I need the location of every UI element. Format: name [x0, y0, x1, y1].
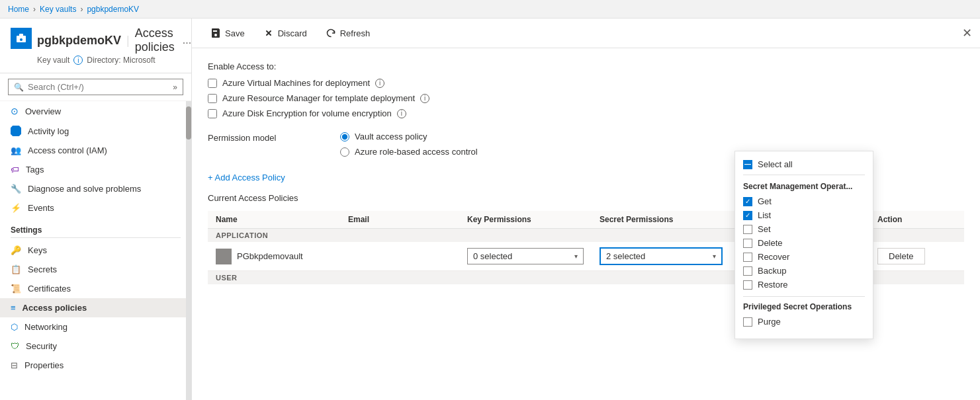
purge-checkbox[interactable]: [743, 317, 752, 327]
title-separator: |: [126, 34, 130, 48]
purge-label: Purge: [758, 317, 781, 327]
delete-label: Delete: [758, 238, 783, 248]
delete-button[interactable]: Delete: [877, 248, 925, 264]
breadcrumb-current: pgbkpdemoKV: [87, 5, 139, 14]
more-icon[interactable]: ...: [183, 34, 191, 46]
sidebar-item-keys[interactable]: 🔑 Keys: [0, 241, 191, 260]
sidebar-scrollbar[interactable]: [186, 101, 191, 400]
discard-button[interactable]: Discard: [255, 24, 315, 42]
sidebar-item-tags[interactable]: 🏷 Tags: [0, 160, 191, 179]
restore-checkbox[interactable]: [743, 280, 752, 290]
save-button[interactable]: Save: [202, 24, 253, 42]
azure-rm-checkbox[interactable]: [208, 94, 217, 103]
key-permissions-dropdown[interactable]: 0 selected ▾: [467, 248, 584, 264]
vault-access-radio-row: Vault access policy: [340, 132, 478, 141]
app-icon: [216, 249, 232, 264]
breadcrumb-sep-2: ›: [80, 5, 83, 14]
subtitle-directory: Directory: Microsoft: [87, 56, 155, 65]
breadcrumb-home[interactable]: Home: [8, 5, 29, 14]
key-permissions-value: 0 selected: [473, 251, 512, 261]
info-icon-header[interactable]: i: [73, 56, 83, 65]
backup-checkbox[interactable]: [743, 266, 752, 276]
option-set[interactable]: Set: [743, 224, 865, 234]
option-delete[interactable]: Delete: [743, 238, 865, 248]
option-get[interactable]: ✓ Get: [743, 196, 865, 206]
list-checkbox[interactable]: ✓: [743, 211, 752, 220]
search-icon: 🔍: [14, 83, 24, 92]
breadcrumb-sep-1: ›: [33, 5, 36, 14]
add-policy-link[interactable]: + Add Access Policy: [208, 173, 285, 182]
search-input[interactable]: [28, 82, 166, 92]
svg-point-2: [20, 38, 22, 41]
rbac-radio[interactable]: [340, 147, 349, 157]
row-name: PGbkpdemovault: [237, 251, 303, 261]
key-dropdown-chevron: ▾: [574, 253, 578, 260]
azure-vm-checkbox[interactable]: [208, 79, 217, 88]
secret-permissions-dropdown[interactable]: 2 selected ▾: [600, 247, 723, 265]
refresh-button[interactable]: Refresh: [318, 24, 379, 42]
azure-rm-info[interactable]: i: [420, 94, 429, 103]
secret-dropdown-chevron: ▾: [713, 253, 716, 260]
sidebar-item-properties[interactable]: ⊟ Properties: [0, 356, 191, 375]
col-action: Action: [869, 211, 964, 229]
col-secret-permissions: Secret Permissions: [592, 211, 731, 229]
sidebar-item-secrets[interactable]: 📋 Secrets: [0, 260, 191, 279]
overview-icon: ⊙: [11, 106, 19, 116]
row-name-cell: PGbkpdemovault: [208, 242, 340, 271]
backup-label: Backup: [758, 266, 786, 276]
set-label: Set: [758, 224, 771, 234]
azure-disk-checkbox-row: Azure Disk Encryption for volume encrypt…: [208, 108, 964, 118]
azure-rm-label: Azure Resource Manager for template depl…: [222, 93, 415, 103]
set-checkbox[interactable]: [743, 225, 752, 234]
azure-vm-checkbox-row: Azure Virtual Machines for deployment i: [208, 78, 964, 88]
sidebar-item-activity-log[interactable]: Activity log: [0, 121, 191, 141]
azure-disk-info[interactable]: i: [397, 109, 406, 118]
sidebar-item-security[interactable]: 🛡 Security: [0, 337, 191, 356]
resource-icon: [11, 28, 32, 49]
option-backup[interactable]: Backup: [743, 266, 865, 276]
keys-icon: 🔑: [11, 245, 21, 255]
row-key-permissions-cell[interactable]: 0 selected ▾: [459, 242, 592, 271]
sidebar-item-iam[interactable]: 👥 Access control (IAM): [0, 141, 191, 160]
vault-access-label: Vault access policy: [355, 132, 427, 141]
option-recover[interactable]: Recover: [743, 252, 865, 262]
sidebar-item-access-policies[interactable]: ≡ Access policies: [0, 298, 191, 317]
sidebar-item-networking[interactable]: ⬡ Networking: [0, 317, 191, 337]
security-icon: 🛡: [11, 341, 19, 351]
option-purge[interactable]: Purge: [743, 317, 865, 327]
option-list[interactable]: ✓ List: [743, 210, 865, 220]
privileged-title: Privileged Secret Operations: [743, 296, 865, 311]
delete-checkbox[interactable]: [743, 239, 752, 248]
sidebar-item-certificates[interactable]: 📜 Certificates: [0, 279, 191, 298]
close-button[interactable]: ✕: [962, 26, 972, 40]
select-all-row[interactable]: — Select all: [743, 159, 865, 175]
row-email-cell: [340, 242, 459, 271]
iam-icon: 👥: [11, 145, 21, 155]
breadcrumb: Home › Key vaults › pgbkpdemoKV: [8, 5, 139, 14]
azure-vm-info[interactable]: i: [375, 79, 384, 88]
settings-separator: [11, 237, 181, 238]
resource-name: pgbkpdemoKV: [37, 34, 121, 48]
search-box[interactable]: 🔍 »: [8, 79, 183, 95]
sidebar-item-diagnose[interactable]: 🔧 Diagnose and solve problems: [0, 179, 191, 198]
vault-access-radio[interactable]: [340, 132, 349, 141]
col-name: Name: [208, 211, 340, 229]
recover-checkbox[interactable]: [743, 253, 752, 262]
collapse-sidebar-btn[interactable]: »: [173, 83, 177, 92]
sidebar-item-events[interactable]: ⚡ Events: [0, 198, 191, 218]
select-all-checkbox[interactable]: —: [743, 160, 752, 169]
toolbar: Save Discard Refresh ✕: [192, 19, 980, 48]
sidebar-item-overview[interactable]: ⊙ Overview: [0, 101, 191, 121]
breadcrumb-keyvaults[interactable]: Key vaults: [40, 5, 76, 14]
restore-label: Restore: [758, 280, 788, 290]
get-checkbox[interactable]: ✓: [743, 197, 752, 206]
secrets-icon: 📋: [11, 264, 21, 274]
row-action-cell[interactable]: Delete: [869, 242, 964, 271]
azure-disk-checkbox[interactable]: [208, 109, 217, 118]
row-secret-permissions-cell[interactable]: 2 selected ▾: [592, 242, 731, 271]
col-key-permissions: Key Permissions: [459, 211, 592, 229]
option-restore[interactable]: Restore: [743, 280, 865, 290]
select-all-label: Select all: [758, 159, 793, 169]
secret-management-title: Secret Management Operat...: [743, 182, 865, 191]
recover-label: Recover: [758, 252, 789, 262]
